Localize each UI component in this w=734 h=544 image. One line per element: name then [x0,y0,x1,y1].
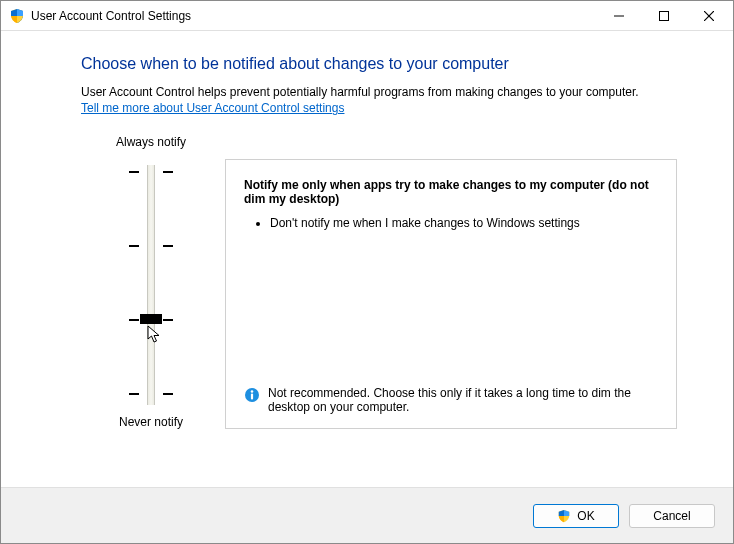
svg-rect-1 [659,11,668,20]
uac-settings-window: User Account Control Settings Choose whe… [0,0,734,544]
cancel-button[interactable]: Cancel [629,504,715,528]
slider-thumb[interactable] [140,314,162,324]
dialog-footer: OK Cancel [1,487,733,543]
level-bullet: Don't notify me when I make changes to W… [270,216,658,230]
titlebar: User Account Control Settings [1,1,733,31]
ok-button-label: OK [577,509,594,523]
level-description-panel: Notify me only when apps try to make cha… [225,159,677,429]
close-button[interactable] [686,2,731,30]
notification-slider: Always notify Never notify [81,133,221,429]
maximize-button[interactable] [641,2,686,30]
cancel-button-label: Cancel [653,509,690,523]
svg-rect-6 [251,394,253,400]
minimize-button[interactable] [596,2,641,30]
level-title: Notify me only when apps try to make cha… [244,178,658,206]
level-bullets: Don't notify me when I make changes to W… [250,216,658,232]
ok-button[interactable]: OK [533,504,619,528]
level-recommendation: Not recommended. Choose this only if it … [244,386,658,414]
window-title: User Account Control Settings [31,9,191,23]
cursor-icon [147,325,163,345]
page-heading: Choose when to be notified about changes… [81,55,677,73]
uac-shield-icon [9,8,25,24]
info-icon [244,387,260,403]
uac-shield-icon [557,509,571,523]
svg-point-5 [251,390,254,393]
content-area: Choose when to be notified about changes… [1,31,733,487]
slider-track[interactable] [111,165,191,405]
slider-label-never: Never notify [119,415,183,429]
learn-more-link[interactable]: Tell me more about User Account Control … [81,101,344,115]
level-recommendation-text: Not recommended. Choose this only if it … [268,386,658,414]
window-controls [596,2,731,30]
slider-label-always: Always notify [116,135,186,149]
page-description: User Account Control helps prevent poten… [81,85,677,99]
